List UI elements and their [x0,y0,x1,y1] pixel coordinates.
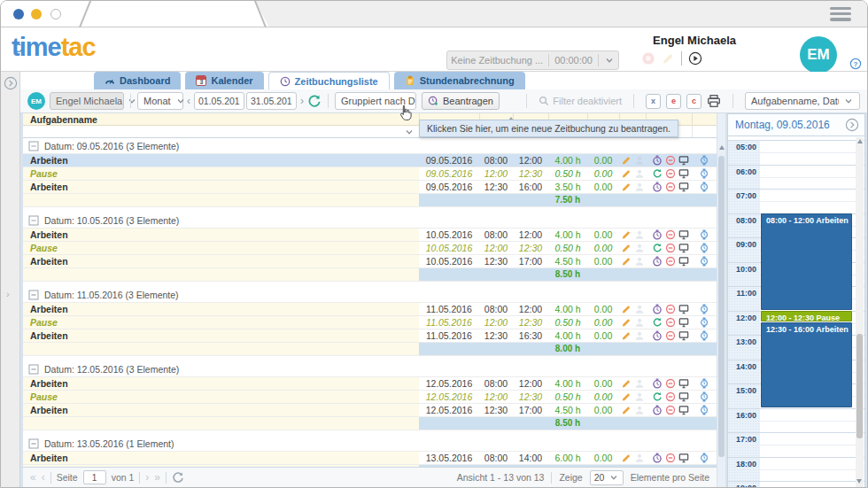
edit-pencil-icon[interactable] [621,330,632,341]
calendar-event[interactable]: 12:30 - 16:00 Arbeiten [761,322,852,407]
workstation-icon[interactable] [678,405,689,415]
delete-entry-icon[interactable] [665,330,676,341]
time-details-icon[interactable] [699,453,709,463]
table-row[interactable]: Arbeiten09.05.201612:3016:003.50 h0.00 [23,181,717,194]
date-to-input[interactable] [246,92,297,110]
page-number-input[interactable] [83,470,106,484]
table-row[interactable]: Pause10.05.201612:0012:300.50 h0.00 [23,242,717,255]
group-header[interactable]: Datum: 09.05.2016 (3 Elemente) [23,138,717,154]
collapse-group-icon[interactable] [28,364,39,375]
calendar-scroll-up-icon[interactable] [857,139,863,143]
previous-period-button[interactable]: ‹ [183,95,194,107]
edit-pencil-icon[interactable] [621,256,632,267]
table-scrollbar-thumb[interactable] [718,156,725,457]
tab-kalender[interactable]: 3 Kalender [185,72,263,89]
workstation-icon[interactable] [678,256,689,267]
sort-select[interactable]: Aufgabenname, Datum, Sta [745,92,860,110]
workstation-icon[interactable] [678,155,689,166]
delete-entry-icon[interactable] [665,182,676,192]
start-timer-icon[interactable] [652,378,663,389]
date-from-input[interactable] [194,92,244,110]
edit-pencil-icon[interactable] [621,304,632,314]
tab-dashboard[interactable]: Dashboard [94,72,181,89]
day-grid[interactable]: 05:0006:0007:0008:0009:0010:0011:0012:00… [728,136,864,487]
time-details-icon[interactable] [699,330,709,341]
time-details-icon[interactable] [699,317,709,328]
table-row[interactable]: Arbeiten12.05.201612:3017:004.50 h0.00 [23,404,717,417]
time-details-icon[interactable] [699,304,709,314]
window-close-button[interactable] [13,9,24,19]
start-timer-icon[interactable] [652,229,663,240]
table-row[interactable]: Arbeiten11.05.201608:0012:004.00 h0.00 [23,303,717,316]
window-maximize-button[interactable] [50,9,61,19]
group-header[interactable]: Datum: 11.05.2016 (3 Elemente) [23,287,717,303]
scroll-up-icon[interactable] [719,145,725,150]
edit-pencil-icon[interactable] [621,405,632,415]
collapse-group-icon[interactable] [28,290,39,300]
recurring-booking-icon[interactable] [652,317,663,328]
time-details-icon[interactable] [699,155,709,166]
time-details-icon[interactable] [699,378,709,389]
recurring-booking-icon[interactable] [652,391,663,402]
workstation-icon[interactable] [678,243,689,253]
export-excel-button[interactable]: x [646,94,661,109]
table-row[interactable]: Arbeiten10.05.201608:0012:004.00 h0.00 [23,229,717,242]
delete-entry-icon[interactable] [665,317,676,328]
calendar-event[interactable]: 08:00 - 12:00 Arbeiten [761,213,852,310]
reload-table-icon[interactable] [172,471,184,484]
calendar-event[interactable]: 12:00 - 12:30 Pause [761,311,852,322]
first-page-button[interactable]: « [30,472,36,483]
start-timer-icon[interactable] [652,330,663,341]
window-minimize-button[interactable] [31,9,42,19]
table-row[interactable]: Arbeiten12.05.201608:0012:004.00 h0.00 [23,377,717,391]
start-timer-icon[interactable] [652,405,663,415]
previous-page-button[interactable]: ‹ [42,472,45,483]
calendar-scrollbar-thumb[interactable] [856,334,863,438]
table-row[interactable]: Arbeiten13.05.201608:0014:006.00 h0.00 [23,452,717,465]
print-icon[interactable] [707,94,721,108]
tab-zeitbuchungsliste[interactable]: Zeitbuchungsliste [268,72,390,89]
export-pdf-button[interactable]: e [666,94,681,109]
start-timer-button[interactable] [688,51,702,66]
edit-pencil-icon[interactable] [621,391,632,402]
workstation-icon[interactable] [678,453,689,463]
hour-row[interactable]: 18:00 [728,457,864,482]
tab-stundenabrechnung[interactable]: Stundenabrechnung [394,72,525,89]
delete-entry-icon[interactable] [665,243,676,253]
hour-row[interactable]: 06:00 [728,165,864,190]
time-details-icon[interactable] [699,243,709,253]
calendar-scrollbar[interactable] [856,137,864,487]
edit-pencil-icon[interactable] [621,378,632,389]
workstation-icon[interactable] [678,330,689,341]
table-row[interactable]: Pause12.05.201612:0012:300.50 h0.00 [23,391,717,404]
delete-entry-icon[interactable] [665,453,676,463]
table-row[interactable]: Arbeiten11.05.201612:3016:304.00 h0.00 [23,329,717,343]
hour-row[interactable]: 19:00 [728,481,864,487]
time-details-icon[interactable] [699,405,709,415]
collapse-panel-icon[interactable] [845,118,859,132]
group-header[interactable]: Datum: 10.05.2016 (3 Elemente) [23,213,717,229]
edit-pencil-icon[interactable] [621,317,632,328]
user-avatar[interactable]: EM [800,36,837,74]
workstation-icon[interactable] [678,229,689,240]
workstation-icon[interactable] [678,182,689,192]
group-header[interactable]: Datum: 12.05.2016 (3 Elemente) [23,361,717,377]
workstation-icon[interactable] [678,317,689,328]
delete-entry-icon[interactable] [665,168,676,179]
delete-entry-icon[interactable] [665,405,676,415]
table-row[interactable]: Arbeiten09.05.201608:0012:004.00 h0.00 [23,154,717,167]
last-page-button[interactable]: » [154,472,160,483]
hour-row[interactable]: 17:00 [728,432,864,457]
time-details-icon[interactable] [699,168,709,179]
edit-pencil-icon[interactable] [621,155,632,166]
start-timer-icon[interactable] [652,155,663,166]
workstation-icon[interactable] [678,378,689,389]
timer-widget[interactable]: Keine Zeitbuchung ... 00:00:00 [446,50,619,70]
expand-sidebar-icon[interactable] [4,76,18,90]
time-details-icon[interactable] [699,229,709,240]
start-timer-icon[interactable] [652,182,663,192]
delete-entry-icon[interactable] [665,378,676,389]
delete-entry-icon[interactable] [665,304,676,314]
delete-entry-icon[interactable] [665,391,676,402]
calendar-scroll-down-icon[interactable] [856,479,862,484]
